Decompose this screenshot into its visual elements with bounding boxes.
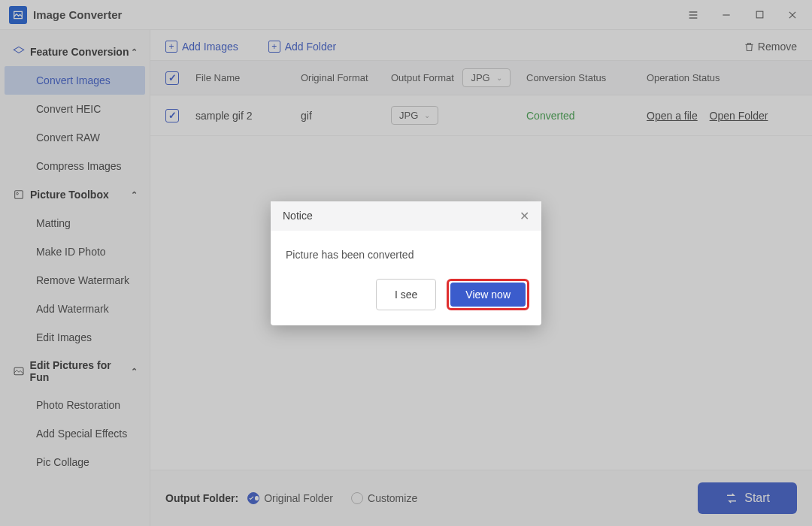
i-see-button[interactable]: I see [376, 279, 436, 310]
notice-modal: Notice ✕ Picture has been converted I se… [271, 201, 541, 325]
modal-title: Notice [283, 210, 313, 222]
modal-close-button[interactable]: ✕ [520, 209, 529, 223]
view-now-button[interactable]: View now [450, 283, 526, 307]
modal-overlay: Notice ✕ Picture has been converted I se… [0, 0, 812, 526]
highlight-box: View now [447, 279, 529, 310]
modal-message: Picture has been converted [271, 231, 541, 268]
